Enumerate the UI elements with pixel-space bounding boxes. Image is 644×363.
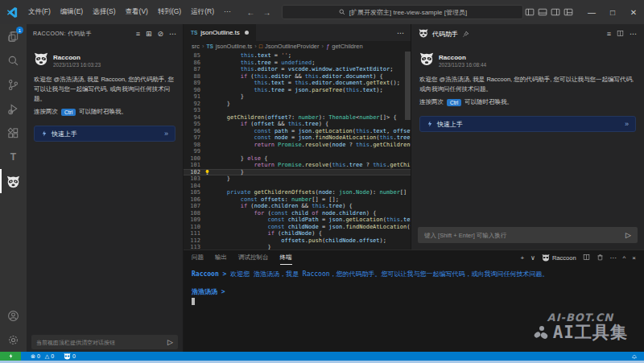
code-line[interactable]: 113 }: [184, 244, 411, 250]
panel-maximize-icon[interactable]: ^: [623, 254, 626, 262]
toggle-panel-icon[interactable]: [538, 7, 547, 17]
problems-status[interactable]: ⊗0 △0: [31, 353, 54, 360]
toggle-secondary-sidebar-icon[interactable]: [551, 7, 560, 17]
minimize-button[interactable]: —: [581, 0, 602, 24]
command-center-search[interactable]: [扩展开发宿主] tree-view-sample [管理员]: [282, 5, 523, 19]
ctrl-key-badge: Ctrl: [61, 109, 76, 116]
code-line[interactable]: 99: [184, 148, 411, 155]
code-line[interactable]: 85 this.text = '';: [184, 52, 411, 60]
tab-terminal[interactable]: 终端: [280, 250, 292, 265]
terminal[interactable]: Raccoon > 欢迎您 浩浩汤汤，我是 Raccoon，您的代码助手。您可以…: [184, 265, 644, 352]
disable-icon[interactable]: ⊘: [157, 31, 163, 38]
code-line[interactable]: 90 this.tree = json.parseTree(this.text)…: [184, 87, 411, 94]
breadcrumb-method[interactable]: getChildren: [332, 43, 362, 50]
code-line[interactable]: 87 this.editor = vscode.window.activeTex…: [184, 66, 411, 73]
pin-icon[interactable]: [462, 27, 469, 41]
code-line[interactable]: 101 return Promise.resolve(this.tree ? t…: [184, 162, 411, 169]
tree-view-sample-icon[interactable]: T: [0, 145, 27, 169]
code-line[interactable]: 97 const node = json.findNodeAtLocation(…: [184, 134, 411, 142]
code-line[interactable]: 98 return Promise.resolve(node ? this.ge…: [184, 142, 411, 149]
sidebar-chat-input[interactable]: [36, 340, 164, 345]
tab-output[interactable]: 输出: [215, 250, 227, 265]
tab-more-icon[interactable]: ⋯: [390, 24, 411, 41]
code-line[interactable]: 88 if (this.editor && this.editor.docume…: [184, 73, 411, 80]
menu-bar: 文件(F) 编辑(E) 选择(S) 查看(V) 转到(G) 运行(R) ⋯: [23, 7, 235, 17]
run-debug-icon[interactable]: [0, 97, 27, 121]
menu-file[interactable]: 文件(F): [23, 7, 56, 17]
menu-edit[interactable]: 编辑(E): [56, 7, 88, 17]
code-line[interactable]: 100 } else {: [184, 155, 411, 163]
assistant-chat-input[interactable]: [424, 232, 622, 239]
breadcrumb-class[interactable]: JsonOutlineProvider: [265, 43, 320, 50]
send-icon[interactable]: ▷: [625, 231, 631, 239]
assistant-more-icon[interactable]: ⋯: [630, 31, 637, 38]
more-actions-icon[interactable]: ⋯: [169, 31, 176, 38]
kill-terminal-icon[interactable]: [597, 254, 604, 262]
code-line[interactable]: 112 offsets.push(childNode.offset);: [184, 237, 411, 245]
source-control-icon[interactable]: [0, 72, 27, 97]
code-line[interactable]: 103 }: [184, 175, 411, 183]
tab-debug-console[interactable]: 调试控制台: [238, 250, 269, 265]
search-icon: [339, 9, 345, 15]
code-line[interactable]: 109 const childPath = json.getLocation(t…: [184, 217, 411, 224]
editor-scrollbar[interactable]: [405, 52, 411, 250]
terminal-dropdown-icon[interactable]: ∨: [530, 254, 535, 262]
code-line[interactable]: 107 if (node.children && this.tree) {: [184, 203, 411, 210]
code-line[interactable]: 96 const path = json.getLocation(this.te…: [184, 128, 411, 135]
terminal-instance[interactable]: Raccoon: [542, 254, 576, 262]
menu-goto[interactable]: 转到(G): [153, 7, 186, 17]
breadcrumb-file[interactable]: jsonOutline.ts: [216, 43, 252, 50]
code-line[interactable]: 111 if (childNode) {: [184, 230, 411, 237]
maximize-button[interactable]: □: [602, 0, 623, 24]
code-line[interactable]: 93: [184, 107, 411, 114]
code-line[interactable]: 106 const offsets: number[] = [];: [184, 196, 411, 204]
menu-more[interactable]: ⋯: [219, 7, 236, 17]
split-terminal-icon[interactable]: [583, 254, 590, 262]
new-terminal-icon[interactable]: +: [520, 254, 524, 262]
code-line[interactable]: 92 }: [184, 101, 411, 108]
settings-gear-icon[interactable]: [0, 328, 27, 352]
breadcrumb-src[interactable]: src: [192, 43, 200, 50]
quickstart-button[interactable]: 快速上手 »: [419, 116, 636, 132]
collapse-icon[interactable]: ≡: [136, 31, 140, 38]
menu-view[interactable]: 查看(V): [121, 7, 153, 17]
panel-close-icon[interactable]: ×: [632, 254, 636, 262]
bell-icon[interactable]: [631, 353, 638, 360]
code-line[interactable]: 86 this.tree = undefined;: [184, 60, 411, 67]
code-line[interactable]: 108 for (const child of node.children) {: [184, 210, 411, 217]
close-button[interactable]: ✕: [623, 0, 644, 24]
toggle-sidebar-icon[interactable]: [525, 7, 535, 17]
search-view-icon[interactable]: [0, 48, 27, 72]
accounts-icon[interactable]: [0, 303, 27, 328]
quickstart-button[interactable]: 快速上手 »: [34, 126, 175, 142]
raccoon-view-icon[interactable]: [0, 169, 27, 193]
code-line[interactable]: 89 this.text = this.editor.document.getT…: [184, 80, 411, 87]
nav-forward-icon[interactable]: →: [262, 8, 270, 17]
nav-back-icon[interactable]: ←: [246, 8, 254, 17]
code-line[interactable]: 91 }: [184, 93, 411, 101]
modified-dot-icon[interactable]: [245, 31, 249, 35]
new-chat-icon[interactable]: ⊞: [146, 31, 152, 38]
tab-problems[interactable]: 问题: [192, 250, 204, 265]
code-line[interactable]: 94 getChildren(offset?: number): Thenabl…: [184, 114, 411, 122]
code-editor[interactable]: 85 this.text = '';86 this.tree = undefin…: [184, 52, 411, 250]
split-editor-icon[interactable]: [617, 30, 624, 39]
code-line[interactable]: 95 if (offset && this.tree) {: [184, 121, 411, 128]
code-line[interactable]: 104: [184, 183, 411, 190]
send-icon[interactable]: ▷: [167, 338, 173, 346]
remote-indicator[interactable]: [0, 352, 21, 361]
raccoon-status[interactable]: 0: [64, 353, 76, 360]
explorer-icon[interactable]: 1: [0, 24, 27, 48]
menu-selection[interactable]: 选择(S): [88, 7, 120, 17]
extensions-icon[interactable]: [0, 121, 27, 145]
code-line[interactable]: 105 private getChildrenOffsets(node: jso…: [184, 189, 411, 196]
panel-more-icon[interactable]: ⋯: [610, 254, 617, 262]
tab-jsonoutline[interactable]: TS jsonOutline.ts: [184, 24, 256, 41]
assistant-menu-icon[interactable]: ≡: [607, 31, 611, 38]
code-line[interactable]: 110 const childNode = json.findNodeAtLoc…: [184, 224, 411, 231]
menu-run[interactable]: 运行(R): [186, 7, 219, 17]
customize-layout-icon[interactable]: [564, 7, 573, 17]
assistant-tab-label[interactable]: 代码助手: [432, 30, 458, 39]
code-line[interactable]: 102 }: [184, 169, 411, 176]
scrollbar-thumb[interactable]: [405, 52, 411, 120]
